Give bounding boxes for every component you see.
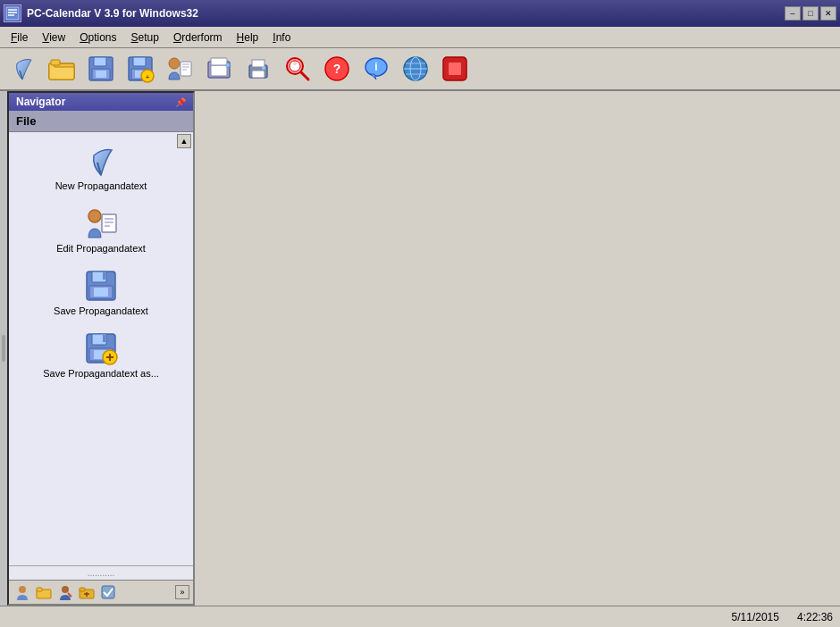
scroll-up-button[interactable]: ▲ [177,134,191,148]
nav-footer-expand-button[interactable]: » [175,585,189,599]
nav-footer-person2-button[interactable] [55,583,75,601]
new-propaganda-icon [83,143,119,179]
svg-rect-28 [252,60,265,67]
nav-item-saveas-propaganda-label: Save Propagandatext as... [43,368,159,379]
svg-rect-23 [211,65,227,76]
app-title: PC-Calendar V 3.9 for Windows32 [27,7,198,20]
menu-bar: File View Options Setup Orderform Help I… [0,27,840,48]
restore-button[interactable]: □ [802,6,819,21]
svg-point-29 [262,66,265,70]
nav-item-saveas-propaganda[interactable]: Save Propagandatext as... [29,327,172,382]
main-area: Navigator 📌 File ▲ New Propagandatext [0,91,840,606]
svg-rect-12 [133,57,146,66]
toolbar-stop-button[interactable] [436,51,474,87]
toolbar-printpreview-button[interactable] [200,51,238,87]
svg-text:?: ? [333,62,341,76]
svg-rect-8 [94,57,106,66]
navigator-header: Navigator 📌 [9,93,193,111]
left-resize-grip[interactable] [0,91,7,606]
svg-text:i: i [374,61,377,73]
svg-rect-61 [103,335,105,342]
toolbar-open-button[interactable] [43,51,80,87]
menu-options[interactable]: Options [72,29,123,46]
toolbar-help-button[interactable]: ? [318,51,356,87]
svg-line-32 [301,72,308,79]
svg-rect-67 [37,588,42,591]
menu-setup[interactable]: Setup [124,29,166,46]
svg-rect-56 [103,272,105,280]
pin-icon[interactable]: 📌 [175,97,186,107]
toolbar: + [0,48,840,91]
toolbar-saveas-button[interactable]: + [122,51,159,87]
svg-point-68 [62,586,69,593]
navigator-section-label: File [9,111,193,132]
svg-rect-0 [6,7,19,20]
navigator-panel: Navigator 📌 File ▲ New Propagandatext [7,91,195,606]
svg-rect-24 [211,58,227,65]
nav-item-edit-propaganda[interactable]: Edit Propagandatext [29,202,172,257]
toolbar-info-button[interactable]: i [357,51,395,87]
status-date: 5/11/2015 [732,611,779,623]
svg-point-65 [19,586,26,593]
menu-file[interactable]: File [4,29,35,46]
menu-view[interactable]: View [35,29,72,46]
toolbar-web-button[interactable] [397,51,434,87]
nav-item-save-propaganda-label: Save Propagandatext [54,305,148,316]
window-controls: – □ ✕ [785,6,836,21]
navigator-content: ▲ New Propagandatext [9,132,193,565]
svg-rect-18 [181,62,191,76]
svg-point-17 [169,58,180,69]
svg-rect-55 [94,288,108,297]
navigator-title: Navigator [16,96,65,108]
close-button[interactable]: ✕ [820,6,836,21]
toolbar-edit-button[interactable] [161,51,198,87]
toolbar-print-button[interactable] [239,51,277,87]
svg-rect-25 [226,63,230,67]
svg-rect-45 [449,63,461,75]
nav-item-new-propaganda-label: New Propagandatext [55,180,147,191]
svg-point-33 [293,62,297,65]
app-icon [4,4,21,22]
nav-footer-person-button[interactable] [13,583,32,601]
svg-rect-71 [80,588,85,591]
save-propaganda-icon [83,268,119,304]
status-bar: 5/11/2015 4:22:36 [0,606,840,627]
navigator-dots: ........... [9,565,193,580]
svg-rect-10 [96,71,106,78]
toolbar-find-button[interactable] [279,51,316,87]
toolbar-new-button[interactable] [4,51,41,87]
content-area [195,91,840,606]
nav-item-new-propaganda[interactable]: New Propagandatext [29,139,172,195]
nav-item-edit-propaganda-label: Edit Propagandatext [56,243,146,254]
svg-rect-48 [102,214,116,232]
svg-text:+: + [146,73,150,81]
nav-footer-folder2-button[interactable] [77,583,97,601]
svg-rect-6 [51,60,60,65]
title-bar: PC-Calendar V 3.9 for Windows32 – □ ✕ [0,0,840,27]
nav-item-save-propaganda[interactable]: Save Propagandatext [29,264,172,320]
minimize-button[interactable]: – [785,6,801,21]
menu-help[interactable]: Help [230,29,266,46]
edit-propaganda-icon [83,205,119,241]
svg-rect-27 [252,71,265,78]
nav-footer-folder-button[interactable] [34,583,54,601]
svg-point-47 [88,210,101,222]
nav-footer-check-button[interactable] [98,583,118,601]
toolbar-save-button[interactable] [82,51,120,87]
status-time: 4:22:36 [797,611,833,623]
navigator-footer: » [9,580,193,604]
title-bar-left: PC-Calendar V 3.9 for Windows32 [4,4,198,22]
save-propaganda-as-icon [83,330,119,366]
menu-info[interactable]: Info [265,29,298,46]
menu-orderform[interactable]: Orderform [166,29,230,46]
